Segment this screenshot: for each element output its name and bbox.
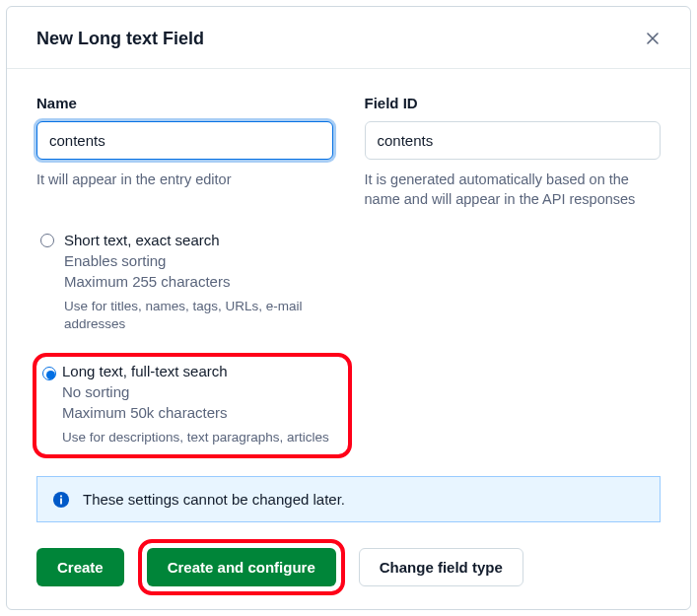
name-input[interactable] xyxy=(36,121,333,160)
warning-notice: These settings cannot be changed later. xyxy=(36,476,661,522)
option-long-text[interactable]: Long text, full-text search No sorting M… xyxy=(33,353,352,458)
modal-header: New Long text Field xyxy=(7,7,690,69)
create-button[interactable]: Create xyxy=(36,548,124,586)
option-title: Short text, exact search xyxy=(64,232,340,248)
field-id-label: Field ID xyxy=(365,95,662,111)
info-icon xyxy=(53,492,69,508)
new-field-modal: New Long text Field Name It will appear … xyxy=(6,6,691,610)
option-short-text[interactable]: Short text, exact search Enables sorting… xyxy=(36,228,352,343)
svg-rect-2 xyxy=(60,495,62,497)
name-help: It will appear in the entry editor xyxy=(36,170,333,189)
notice-text: These settings cannot be changed later. xyxy=(83,491,345,508)
change-field-type-button[interactable]: Change field type xyxy=(359,548,523,586)
option-hint: Use for descriptions, text paragraphs, a… xyxy=(62,429,338,446)
field-id-group: Field ID It is generated automatically b… xyxy=(365,95,662,210)
svg-rect-1 xyxy=(60,498,62,504)
name-label: Name xyxy=(36,95,333,111)
radio-icon xyxy=(42,367,56,380)
close-button[interactable] xyxy=(641,27,664,50)
text-type-radio-group: Short text, exact search Enables sorting… xyxy=(36,228,352,459)
radio-icon xyxy=(40,234,54,247)
create-and-configure-button[interactable]: Create and configure xyxy=(147,548,336,586)
option-line1: No sorting xyxy=(62,381,338,402)
close-icon xyxy=(645,31,661,46)
option-title: Long text, full-text search xyxy=(62,363,338,379)
option-line2: Maximum 255 characters xyxy=(64,271,340,292)
field-id-help: It is generated automatically based on t… xyxy=(365,170,662,210)
modal-actions: Create Create and configure Change field… xyxy=(36,544,661,590)
highlight-create-configure: Create and configure xyxy=(138,539,345,595)
name-field-group: Name It will appear in the entry editor xyxy=(36,95,333,210)
modal-body: Name It will appear in the entry editor … xyxy=(7,69,690,610)
field-id-input[interactable] xyxy=(365,121,662,160)
option-hint: Use for titles, names, tags, URLs, e-mai… xyxy=(64,298,340,333)
modal-title: New Long text Field xyxy=(36,29,204,49)
option-line1: Enables sorting xyxy=(64,250,340,271)
option-line2: Maximum 50k characters xyxy=(62,402,338,423)
